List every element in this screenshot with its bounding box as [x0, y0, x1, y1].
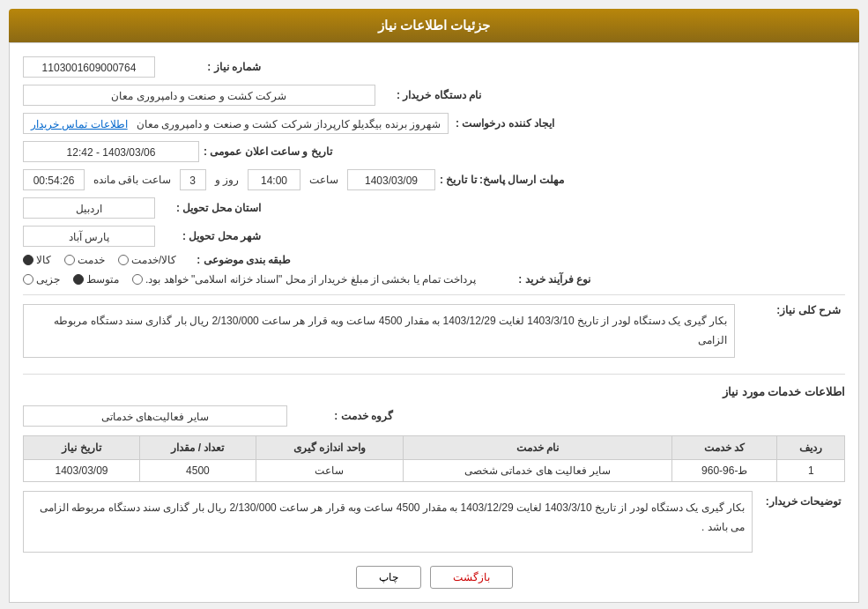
- cell-date: 1403/03/09: [24, 460, 140, 482]
- deadline-row: مهلت ارسال پاسخ: تا تاریخ : 1403/03/09 س…: [23, 169, 845, 190]
- category-label: طبقه بندی موضوعی :: [185, 254, 291, 266]
- cell-service-name: سایر فعالیت هاى خدماتی شخصی: [404, 460, 672, 482]
- creator-value: شهروز برنده بیگدیلو کارپرداز شرکت کشت و …: [23, 113, 449, 134]
- deadline-time: 14:00: [248, 169, 300, 190]
- category-radio-khedmat[interactable]: [64, 255, 75, 265]
- col-header-unit: واحد اندازه گیری: [256, 436, 403, 460]
- category-option-khedmat-text: خدمت: [78, 254, 105, 266]
- back-button[interactable]: بازگشت: [430, 566, 513, 589]
- category-radio-group: کالا/خدمت خدمت کالا: [23, 254, 176, 266]
- buyer-notes-value: بکار گیری یک دستگاه لودر از تاریخ 1403/3…: [23, 491, 753, 553]
- city-label: شهر محل تحویل :: [155, 230, 261, 242]
- category-option-kala-khedmat[interactable]: کالا/خدمت: [118, 254, 176, 266]
- table-row: 1 ط-96-960 سایر فعالیت هاى خدماتی شخصی س…: [24, 460, 845, 482]
- announce-date-row: تاریخ و ساعت اعلان عمومی : 1403/03/06 - …: [23, 141, 845, 162]
- province-value: اردبیل: [23, 197, 155, 219]
- purchase-type-label: نوع فرآیند خرید :: [485, 273, 590, 286]
- purchase-type-motavasset[interactable]: متوسط: [73, 273, 119, 286]
- general-desc-value: بکار گیری یک دستگاه لودر از تاریخ 1403/3…: [23, 304, 735, 358]
- announce-date-label: تاریخ و ساعت اعلان عمومی :: [204, 145, 332, 158]
- buyer-notes-row: توضیحات خریدار: بکار گیری یک دستگاه لودر…: [23, 491, 845, 553]
- deadline-days: 3: [180, 169, 206, 190]
- service-group-label: گروه خدمت :: [287, 410, 393, 422]
- button-row: بازگشت چاپ: [23, 566, 845, 589]
- service-group-row: گروه خدمت : سایر فعالیت‌های خدماتی: [23, 405, 845, 427]
- creator-text: شهروز برنده بیگدیلو کارپرداز شرکت کشت و …: [137, 118, 441, 130]
- purchase-type-jozi[interactable]: جزیی: [23, 273, 60, 286]
- creator-row: ایجاد کننده درخواست : شهروز برنده بیگدیل…: [23, 113, 845, 134]
- need-number-value: 1103001609000764: [23, 56, 155, 78]
- category-option-kala-khedmat-text: کالا/خدمت: [131, 254, 176, 266]
- deadline-date: 1403/03/09: [347, 169, 435, 190]
- creator-label: ایجاد کننده درخواست :: [449, 117, 554, 130]
- service-group-value: سایر فعالیت‌های خدماتی: [23, 405, 287, 427]
- general-desc-label: شرح کلی نیاز:: [735, 304, 841, 316]
- cell-quantity: 4500: [140, 460, 256, 482]
- creator-contact-link[interactable]: اطلاعات تماس خریدار: [31, 118, 128, 130]
- cell-row-num: 1: [777, 460, 845, 482]
- category-option-kala-text: کالا: [36, 254, 51, 266]
- col-header-service-code: کد خدمت: [672, 436, 777, 460]
- province-label: استان محل تحویل :: [155, 202, 261, 214]
- deadline-label: مهلت ارسال پاسخ: تا تاریخ :: [440, 174, 564, 186]
- page-title: جزئیات اطلاعات نیاز: [9, 9, 859, 42]
- purchase-type-radio-group: پرداخت تمام یا بخشی از مبلغ خریدار از مح…: [23, 273, 476, 286]
- buyer-notes-label: توضیحات خریدار:: [753, 491, 841, 508]
- buyer-name-value: شرکت کشت و صنعت و دامپروری معان: [23, 85, 375, 106]
- need-number-row: شماره نیاز : 1103001609000764: [23, 56, 845, 78]
- col-header-row-num: ردیف: [777, 436, 845, 460]
- deadline-days-label: روز و: [215, 174, 239, 186]
- cell-service-code: ط-96-960: [672, 460, 777, 482]
- cell-unit: ساعت: [256, 460, 403, 482]
- divider-1: [23, 294, 845, 295]
- city-value: پارس آباد: [23, 226, 155, 247]
- purchase-type-row: نوع فرآیند خرید : پرداخت تمام یا بخشی از…: [23, 273, 845, 286]
- purchase-type-radio-motavasset[interactable]: [73, 274, 84, 285]
- purchase-type-radio-esnad[interactable]: [132, 274, 143, 285]
- purchase-type-radio-jozi[interactable]: [23, 274, 33, 285]
- deadline-remaining: 00:54:26: [23, 169, 85, 190]
- service-info-title: اطلاعات خدمات مورد نیاز: [23, 385, 845, 398]
- province-row: استان محل تحویل : اردبیل: [23, 197, 845, 219]
- purchase-type-esnad-text: پرداخت تمام یا بخشی از مبلغ خریدار از مح…: [145, 273, 476, 286]
- city-row: شهر محل تحویل : پارس آباد: [23, 226, 845, 247]
- buyer-name-label: نام دستگاه خریدار :: [375, 89, 481, 101]
- announce-date-value: 1403/03/06 - 12:42: [23, 141, 199, 162]
- purchase-type-motavasset-text: متوسط: [86, 273, 119, 286]
- col-header-service-name: نام خدمت: [404, 436, 672, 460]
- deadline-time-label: ساعت: [309, 174, 338, 186]
- print-button[interactable]: چاپ: [356, 566, 421, 589]
- buyer-name-row: نام دستگاه خریدار : شرکت کشت و صنعت و دا…: [23, 85, 845, 106]
- deadline-remaining-label: ساعت باقی مانده: [93, 174, 171, 186]
- col-header-date: تاریخ نیاز: [24, 436, 140, 460]
- purchase-type-jozi-text: جزیی: [36, 273, 60, 286]
- divider-2: [23, 374, 845, 375]
- col-header-quantity: تعداد / مقدار: [140, 436, 256, 460]
- category-option-khedmat[interactable]: خدمت: [64, 254, 105, 266]
- category-row: طبقه بندی موضوعی : کالا/خدمت خدمت کالا: [23, 254, 845, 266]
- services-table: ردیف کد خدمت نام خدمت واحد اندازه گیری ت…: [23, 435, 845, 482]
- purchase-type-esnad: پرداخت تمام یا بخشی از مبلغ خریدار از مح…: [132, 273, 476, 286]
- category-radio-kala-khedmat[interactable]: [118, 255, 129, 265]
- category-option-kala[interactable]: کالا: [23, 254, 51, 266]
- need-number-label: شماره نیاز :: [155, 61, 261, 73]
- category-radio-kala[interactable]: [23, 255, 33, 265]
- general-desc-row: شرح کلی نیاز: بکار گیری یک دستگاه لودر ا…: [23, 304, 845, 365]
